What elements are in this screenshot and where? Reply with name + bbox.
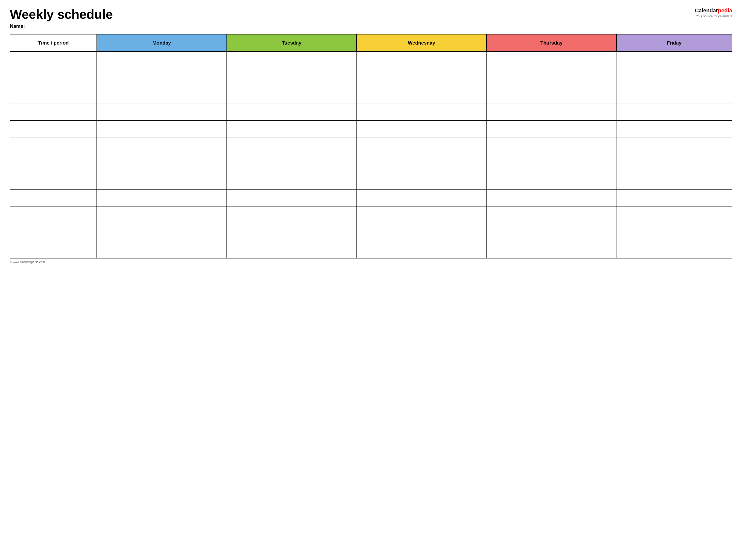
table-cell[interactable] (486, 224, 617, 241)
table-cell[interactable] (10, 207, 97, 224)
logo-calendar: Calendar (695, 7, 718, 13)
col-header-monday: Monday (97, 34, 227, 51)
table-cell[interactable] (227, 51, 357, 69)
table-cell[interactable] (617, 51, 732, 69)
table-cell[interactable] (97, 241, 227, 258)
table-row (10, 51, 732, 69)
table-cell[interactable] (617, 137, 732, 155)
table-cell[interactable] (617, 241, 732, 258)
table-cell[interactable] (10, 69, 97, 86)
table-cell[interactable] (357, 172, 486, 189)
table-row (10, 86, 732, 103)
table-cell[interactable] (486, 155, 617, 172)
col-header-time: Time / period (10, 34, 97, 51)
table-cell[interactable] (486, 137, 617, 155)
title-section: Weekly schedule Name: (10, 7, 113, 29)
table-cell[interactable] (486, 207, 617, 224)
table-cell[interactable] (357, 189, 486, 207)
table-cell[interactable] (357, 86, 486, 103)
table-cell[interactable] (227, 69, 357, 86)
header: Weekly schedule Name: Calendarpedia Your… (10, 7, 732, 29)
table-cell[interactable] (10, 86, 97, 103)
table-cell[interactable] (357, 69, 486, 86)
col-header-tuesday: Tuesday (227, 34, 357, 51)
table-cell[interactable] (10, 224, 97, 241)
table-cell[interactable] (10, 172, 97, 189)
table-cell[interactable] (97, 69, 227, 86)
table-cell[interactable] (227, 155, 357, 172)
table-cell[interactable] (97, 172, 227, 189)
logo-text: Calendarpedia (695, 7, 732, 14)
table-cell[interactable] (10, 155, 97, 172)
table-cell[interactable] (227, 172, 357, 189)
table-cell[interactable] (10, 137, 97, 155)
table-cell[interactable] (97, 137, 227, 155)
table-cell[interactable] (227, 120, 357, 137)
table-cell[interactable] (617, 189, 732, 207)
table-cell[interactable] (357, 207, 486, 224)
table-row (10, 103, 732, 120)
col-header-thursday: Thursday (486, 34, 617, 51)
table-cell[interactable] (227, 189, 357, 207)
table-cell[interactable] (227, 224, 357, 241)
table-cell[interactable] (227, 241, 357, 258)
table-cell[interactable] (357, 51, 486, 69)
table-cell[interactable] (617, 69, 732, 86)
table-row (10, 120, 732, 137)
table-cell[interactable] (486, 103, 617, 120)
table-cell[interactable] (10, 241, 97, 258)
table-cell[interactable] (486, 120, 617, 137)
table-cell[interactable] (97, 207, 227, 224)
table-row (10, 207, 732, 224)
table-cell[interactable] (227, 137, 357, 155)
table-cell[interactable] (486, 86, 617, 103)
table-cell[interactable] (486, 241, 617, 258)
table-cell[interactable] (617, 207, 732, 224)
table-cell[interactable] (227, 103, 357, 120)
table-row (10, 137, 732, 155)
table-cell[interactable] (617, 120, 732, 137)
table-cell[interactable] (97, 86, 227, 103)
logo-pedia: pedia (718, 7, 732, 13)
table-cell[interactable] (486, 51, 617, 69)
table-row (10, 189, 732, 207)
table-cell[interactable] (227, 207, 357, 224)
table-cell[interactable] (357, 224, 486, 241)
table-cell[interactable] (486, 172, 617, 189)
table-cell[interactable] (486, 189, 617, 207)
col-header-wednesday: Wednesday (357, 34, 486, 51)
footer-text: © www.calendarpedia.com (10, 261, 45, 264)
table-cell[interactable] (97, 155, 227, 172)
table-cell[interactable] (486, 69, 617, 86)
table-cell[interactable] (357, 137, 486, 155)
table-cell[interactable] (617, 86, 732, 103)
table-cell[interactable] (357, 241, 486, 258)
table-cell[interactable] (97, 51, 227, 69)
table-cell[interactable] (97, 189, 227, 207)
table-cell[interactable] (97, 103, 227, 120)
table-cell[interactable] (617, 155, 732, 172)
table-cell[interactable] (10, 120, 97, 137)
table-cell[interactable] (357, 120, 486, 137)
schedule-table: Time / period Monday Tuesday Wednesday T… (10, 34, 732, 259)
table-cell[interactable] (357, 103, 486, 120)
table-cell[interactable] (10, 189, 97, 207)
table-cell[interactable] (97, 120, 227, 137)
table-cell[interactable] (97, 224, 227, 241)
table-cell[interactable] (617, 224, 732, 241)
table-cell[interactable] (227, 86, 357, 103)
logo-area: Calendarpedia Your source for calendars (695, 7, 732, 18)
table-cell[interactable] (617, 172, 732, 189)
table-row (10, 69, 732, 86)
page-title: Weekly schedule (10, 7, 113, 21)
table-cell[interactable] (617, 103, 732, 120)
table-row (10, 155, 732, 172)
logo-subtitle: Your source for calendars (696, 14, 732, 18)
footer: © www.calendarpedia.com (10, 261, 732, 264)
table-cell[interactable] (357, 155, 486, 172)
table-cell[interactable] (10, 51, 97, 69)
header-row: Time / period Monday Tuesday Wednesday T… (10, 34, 732, 51)
table-row (10, 241, 732, 258)
table-cell[interactable] (10, 103, 97, 120)
table-row (10, 224, 732, 241)
